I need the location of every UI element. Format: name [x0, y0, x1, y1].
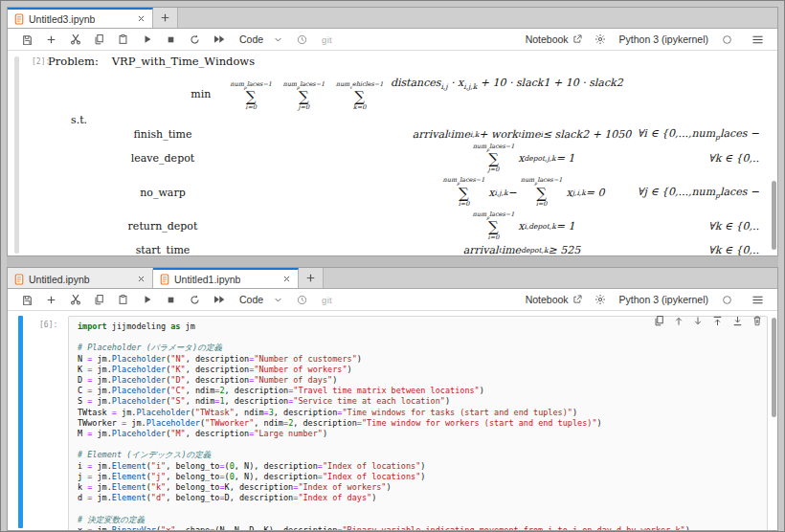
- cell-collapser[interactable]: [14, 56, 19, 254]
- chevron-down-icon[interactable]: [266, 290, 290, 310]
- code-line: [78, 503, 761, 514]
- tab-Untitled3-ipynb[interactable]: Untitled3.ipynb: [8, 8, 153, 28]
- constraint-rows: finish_timearrivaltimei,k + worktimei ≤ …: [48, 126, 766, 255]
- sum-lower-limit: j=0: [299, 104, 310, 111]
- cut-cells-button[interactable]: [63, 30, 87, 50]
- code-cell-editor[interactable]: import jijmodeling as jm # Placeholder (…: [68, 316, 768, 530]
- constraint-forall: ∀k ∈ {0,..: [708, 220, 759, 233]
- notebook-panel-top: Untitled3.ipynb CodegitNotebookPython 3 …: [7, 7, 778, 256]
- save-button[interactable]: [15, 30, 39, 50]
- insert-cell-button[interactable]: [39, 290, 63, 310]
- sigma-glyph: ∑: [246, 90, 257, 104]
- constraint-forall: ∀i ∈ {0,...,numplaces −: [638, 127, 759, 142]
- restart-run-all-button[interactable]: [207, 290, 231, 310]
- kernel-status-icon: [715, 30, 739, 50]
- notebook-type-button[interactable]: Notebook: [526, 33, 582, 45]
- panel-splitter[interactable]: [7, 256, 778, 267]
- interrupt-kernel-button[interactable]: [159, 30, 183, 50]
- summation: numplaces−1∑j=0: [473, 144, 515, 174]
- code-line: M = jm.Placeholder("M", description="Lar…: [78, 429, 761, 439]
- kernel-name-button[interactable]: Python 3 (ipykernel): [619, 33, 708, 45]
- external-link-icon: [572, 34, 582, 44]
- summation: numplaces−1∑i=0: [443, 177, 485, 208]
- tab-bar-top: Untitled3.ipynb: [8, 8, 777, 29]
- code-line: [78, 439, 761, 450]
- panel-menu-button[interactable]: [746, 30, 770, 50]
- sum-lower-limit: j=0: [488, 166, 500, 173]
- code-line: k = jm.Element("k", belong_to=K, descrip…: [78, 482, 761, 493]
- cell-type-dropdown[interactable]: Code: [239, 294, 263, 305]
- gear-button[interactable]: [589, 30, 613, 50]
- code-line: TWworker = jm.Placeholder("TWworker", nd…: [78, 418, 761, 429]
- notebook-icon: [160, 274, 169, 285]
- constraint-name: leave_depot: [48, 152, 278, 165]
- cell-type-dropdown[interactable]: Code: [239, 33, 263, 45]
- code-line: S = jm.Placeholder("S", ndim=1, descript…: [78, 396, 761, 407]
- constraint-name: no_warp: [48, 187, 278, 199]
- summation: numvehicles−1∑k=0: [336, 81, 384, 112]
- notebook-type-label: Notebook: [526, 33, 569, 45]
- code-line: x = jm.BinaryVar("x", shape=(N, N, D, K)…: [78, 525, 761, 530]
- paste-cells-button[interactable]: [111, 290, 135, 310]
- git-status-label: git: [322, 34, 332, 45]
- insert-cell-below-button[interactable]: [732, 316, 743, 326]
- notebook-panel-bottom: Untitled.ipynbUntitled1.ipynb CodegitNot…: [7, 267, 778, 531]
- sigma-glyph: ∑: [488, 152, 499, 166]
- new-tab-button[interactable]: [299, 268, 324, 288]
- kernel-status-icon: [715, 290, 739, 310]
- history-clock-button[interactable]: [290, 30, 314, 50]
- constraint-name: return_depot: [48, 220, 278, 233]
- execution-prompt: [6]:: [39, 321, 57, 329]
- chevron-down-icon[interactable]: [266, 30, 290, 50]
- notebook-type-button[interactable]: Notebook: [526, 294, 582, 305]
- constraint-row-start_time: start_timearrivaltimedepot,k ≥ 525∀k ∈ {…: [48, 243, 766, 255]
- run-cell-button[interactable]: [135, 290, 159, 310]
- kernel-name-button[interactable]: Python 3 (ipykernel): [619, 294, 708, 305]
- constraint-name: finish_time: [48, 128, 278, 141]
- vertical-scrollbar-thumb[interactable]: [772, 181, 776, 250]
- subject-to-label: s.t.: [48, 114, 766, 126]
- tab-bar-bottom: Untitled.ipynbUntitled1.ipynb: [8, 268, 777, 289]
- interrupt-kernel-button[interactable]: [159, 290, 183, 310]
- close-icon[interactable]: [137, 14, 146, 23]
- duplicate-cell-button[interactable]: [654, 315, 664, 326]
- constraint-forall: ∀j ∈ {0,...,numplaces −: [638, 186, 759, 200]
- panel-menu-button[interactable]: [746, 290, 770, 310]
- problem-title: Problem:VRP_with_Time_Windows: [48, 55, 766, 74]
- restart-kernel-button[interactable]: [183, 30, 207, 50]
- restart-kernel-button[interactable]: [183, 290, 207, 310]
- tab-Untitled1-ipynb[interactable]: Untitled1.ipynb: [153, 268, 299, 288]
- close-icon[interactable]: [282, 275, 291, 283]
- insert-cell-above-button[interactable]: [712, 316, 723, 326]
- move-cell-down-button[interactable]: [693, 316, 703, 326]
- run-cell-button[interactable]: [135, 30, 159, 50]
- active-cell-indicator[interactable]: [18, 316, 23, 528]
- external-link-icon: [572, 295, 582, 304]
- sum-lower-limit: i=0: [459, 201, 470, 208]
- gear-button[interactable]: [589, 290, 613, 310]
- copy-cells-button[interactable]: [87, 290, 111, 310]
- history-clock-button[interactable]: [290, 290, 314, 310]
- tab-label: Untitled1.ipynb: [174, 274, 240, 285]
- code-line: TWtask = jm.Placeholder("TWtask", ndim=3…: [78, 408, 761, 418]
- insert-cell-button[interactable]: [39, 30, 63, 50]
- code-line: j = jm.Element("j", belong_to=(0, N), de…: [78, 472, 761, 482]
- move-cell-up-button[interactable]: [674, 316, 684, 326]
- constraint-forall: ∀k ∈ {0,..: [708, 244, 759, 255]
- code-line: # Placeholder (パラメータ)の定義: [78, 343, 761, 353]
- delete-cell-button[interactable]: [752, 315, 762, 326]
- constraint-row-finish_time: finish_timearrivaltimei,k + worktimei ≤ …: [48, 126, 766, 142]
- sigma-glyph: ∑: [299, 90, 309, 104]
- close-icon[interactable]: [137, 275, 146, 283]
- vertical-scrollbar-thumb[interactable]: [772, 318, 776, 417]
- restart-run-all-button[interactable]: [207, 30, 231, 50]
- tab-Untitled-ipynb[interactable]: Untitled.ipynb: [8, 268, 153, 288]
- save-button[interactable]: [15, 290, 39, 310]
- problem-name: VRP_with_Time_Windows: [112, 55, 255, 68]
- constraint-name: start_time: [48, 244, 278, 255]
- code-line: [78, 332, 761, 343]
- new-tab-button[interactable]: [153, 8, 178, 28]
- cut-cells-button[interactable]: [63, 290, 87, 310]
- copy-cells-button[interactable]: [87, 30, 111, 50]
- paste-cells-button[interactable]: [111, 30, 135, 50]
